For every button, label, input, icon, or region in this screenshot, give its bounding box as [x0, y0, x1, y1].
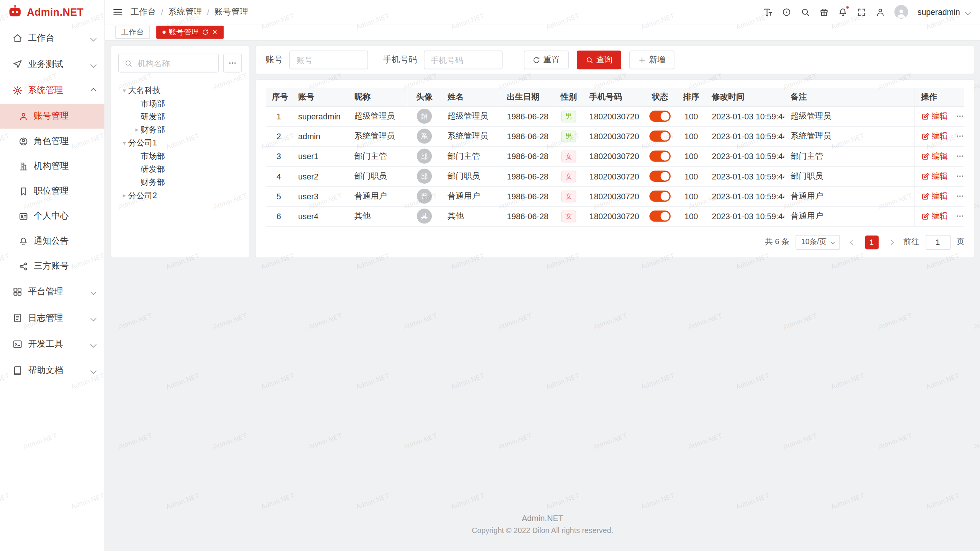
tab-close-icon[interactable]: × [212, 28, 217, 36]
tree-node[interactable]: 市场部 [118, 97, 242, 110]
sidebar-item-system-mgmt[interactable]: 系统管理 [0, 77, 105, 104]
grid-icon [13, 287, 23, 297]
tab-label: 账号管理 [169, 27, 199, 37]
row-more-button[interactable] [956, 212, 964, 220]
sidebar-item-platform-mgmt[interactable]: 平台管理 [0, 279, 105, 305]
row-more-button[interactable] [956, 132, 964, 140]
sidebar-item-business-test[interactable]: 业务测试 [0, 51, 105, 78]
tab-workbench[interactable]: 工作台 [115, 26, 150, 39]
breadcrumb-item[interactable]: 工作台 [131, 6, 156, 17]
search-button[interactable]: 查询 [577, 51, 621, 69]
org-more-button[interactable] [223, 54, 242, 72]
logo[interactable]: Admin.NET [0, 0, 105, 24]
sidebar-item-post-mgmt[interactable]: 职位管理 [0, 179, 105, 204]
sidebar-menu: 工作台业务测试系统管理账号管理角色管理机构管理职位管理个人中心通知公告三方账号平… [0, 24, 105, 551]
sidebar-item-help-docs[interactable]: 帮助文档 [0, 357, 105, 384]
status-toggle[interactable] [649, 191, 671, 202]
sidebar-item-org-mgmt[interactable]: 机构管理 [0, 154, 105, 179]
sidebar-item-account-mgmt[interactable]: 账号管理 [0, 104, 105, 129]
tree-node[interactable]: 市场部 [118, 149, 242, 162]
status-toggle[interactable] [649, 111, 671, 122]
cell-status [643, 146, 677, 166]
prev-page-button[interactable] [846, 240, 859, 244]
content: ▾大名科技市场部研发部▸财务部▾分公司1市场部研发部财务部▸分公司2 账号 手机… [105, 41, 980, 551]
fullscreen-icon[interactable] [857, 7, 866, 16]
tree-node[interactable]: ▾大名科技 [118, 84, 242, 97]
row-more-button[interactable] [956, 112, 964, 121]
sidebar-item-dev-tools[interactable]: 开发工具 [0, 331, 105, 357]
tree-node[interactable]: ▸分公司2 [118, 189, 242, 202]
cell-birthdate: 1986-06-28 [501, 126, 554, 146]
dots-icon [956, 192, 964, 201]
next-page-button[interactable] [885, 240, 897, 244]
status-toggle[interactable] [649, 150, 671, 161]
row-more-button[interactable] [956, 152, 964, 161]
user-menu-chevron-icon[interactable] [965, 9, 971, 15]
notification-bell-icon[interactable] [838, 7, 847, 16]
status-toggle[interactable] [649, 171, 671, 182]
accounts-table: 序号账号昵称头像姓名出生日期性别手机号码状态排序修改时间备注操作1superad… [266, 88, 964, 227]
cell-actions: 编辑 [915, 206, 965, 226]
sidebar-item-personal-center[interactable]: 个人中心 [0, 204, 105, 228]
breadcrumb-item[interactable]: 账号管理 [214, 6, 248, 17]
sidebar-item-third-account[interactable]: 三方账号 [0, 254, 105, 279]
spacer [110, 258, 975, 507]
tab-account[interactable]: 账号管理× [156, 26, 224, 39]
tree-node[interactable]: 研发部 [118, 162, 242, 175]
sidebar-item-role-mgmt[interactable]: 角色管理 [0, 129, 105, 153]
column-header: 头像 [407, 88, 441, 106]
theme-skin-icon[interactable] [820, 7, 829, 16]
search-icon[interactable] [801, 7, 810, 16]
sidebar-item-workbench[interactable]: 工作台 [0, 25, 105, 51]
edit-button[interactable]: 编辑 [921, 210, 948, 222]
sidebar-item-log-mgmt[interactable]: 日志管理 [0, 305, 105, 331]
edit-button[interactable]: 编辑 [921, 171, 948, 182]
locale-icon[interactable] [782, 7, 791, 16]
row-more-button[interactable] [956, 192, 964, 201]
profile-icon[interactable] [875, 7, 885, 16]
edit-button[interactable]: 编辑 [921, 150, 948, 161]
tree-node[interactable]: ▸财务部 [118, 123, 242, 136]
account-input[interactable] [289, 51, 368, 69]
gender-badge: 女 [562, 210, 576, 222]
sidebar-item-label: 账号管理 [34, 111, 69, 122]
row-more-button[interactable] [956, 172, 964, 181]
cell-avatar: 系 [407, 126, 441, 146]
font-size-icon[interactable] [763, 7, 773, 16]
current-page[interactable]: 1 [865, 235, 879, 249]
cell-name: 系统管理员 [441, 126, 501, 146]
menu-toggle-icon[interactable] [113, 7, 123, 17]
caret-down-icon: ▾ [121, 139, 128, 146]
status-toggle[interactable] [649, 130, 671, 142]
sidebar-item-notice[interactable]: 通知公告 [0, 229, 105, 254]
org-search-input[interactable] [136, 58, 212, 68]
tree-node[interactable]: 研发部 [118, 110, 242, 123]
phone-input[interactable] [424, 51, 503, 69]
status-toggle[interactable] [649, 210, 671, 222]
edit-button[interactable]: 编辑 [921, 191, 948, 202]
cell-status [643, 126, 677, 146]
tree-node[interactable]: 财务部 [118, 176, 242, 189]
edit-button[interactable]: 编辑 [921, 130, 948, 142]
tree-node-label: 分公司1 [128, 137, 157, 148]
page-size-select[interactable]: 10条/页 [795, 235, 840, 249]
edit-icon [921, 112, 929, 120]
goto-page-input[interactable] [925, 235, 950, 249]
column-header: 昵称 [348, 88, 407, 106]
reset-button[interactable]: 重置 [524, 51, 568, 69]
add-button[interactable]: 新增 [629, 51, 674, 69]
tree-node-label: 研发部 [140, 111, 165, 122]
row-avatar: 部 [417, 149, 432, 164]
cell-account: superadmin [292, 106, 348, 126]
breadcrumb-item[interactable]: 系统管理 [168, 6, 202, 17]
cell-status [643, 186, 677, 206]
cell-birthdate: 1986-06-28 [501, 206, 554, 226]
edit-button[interactable]: 编辑 [921, 111, 948, 122]
user-avatar[interactable] [894, 5, 908, 19]
cell-phone: 18020030720 [583, 206, 643, 226]
username[interactable]: superadmin [918, 7, 960, 16]
cell-phone: 18020030720 [583, 126, 643, 146]
tree-node[interactable]: ▾分公司1 [118, 136, 242, 149]
edit-icon [921, 152, 929, 160]
cell-gender: 女 [554, 146, 583, 166]
